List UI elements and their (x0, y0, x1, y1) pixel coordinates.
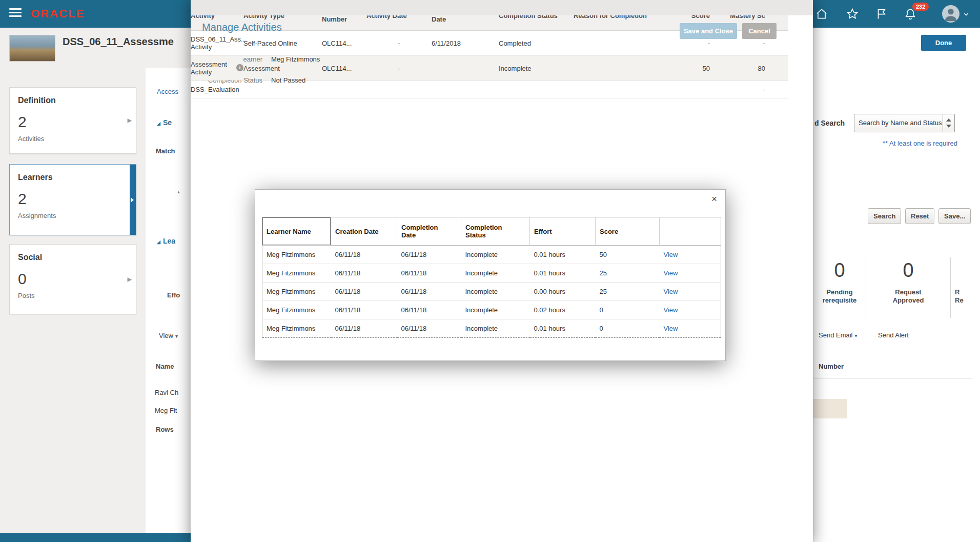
card-title: Definition (18, 96, 128, 105)
cancel-button[interactable]: Cancel (742, 23, 777, 39)
attempt-row[interactable]: Meg Fitzimmons 06/11/18 06/11/18 Incompl… (262, 319, 721, 338)
learner-name-cell: Ravi Ch (155, 389, 178, 396)
view-link[interactable]: View (664, 288, 678, 295)
required-asterisk: * (177, 190, 180, 197)
attempt-row[interactable]: Meg Fitzimmons 06/11/18 06/11/18 Incompl… (262, 283, 721, 301)
hamburger-menu-icon[interactable] (9, 8, 22, 18)
select-spinner-icon (943, 114, 954, 132)
info-icon[interactable]: i (236, 64, 243, 71)
bottom-bar (0, 533, 191, 542)
view-link[interactable]: View (664, 306, 678, 314)
stat-pending-prerequisite: 0 Pendingrerequisite (813, 257, 866, 318)
course-thumbnail-image (9, 35, 55, 62)
background-content-panel (146, 68, 191, 533)
card-count: 2 (18, 190, 128, 208)
screen: ORACLE 232 DSS_06_11_Assessme Definition… (0, 0, 980, 542)
send-email-button[interactable]: Send Email (819, 331, 858, 339)
card-title: Social (18, 253, 128, 262)
notification-count-badge: 232 (912, 3, 929, 11)
card-definition[interactable]: Definition 2 Activities (9, 87, 136, 154)
view-link[interactable]: View (664, 269, 678, 277)
search-button[interactable]: Search (868, 208, 901, 224)
attempt-row[interactable]: Meg Fitzimmons 06/11/18 06/11/18 Incompl… (262, 301, 721, 319)
attempt-row[interactable]: Meg Fitzimmons 06/11/18 06/11/18 Incompl… (262, 246, 721, 264)
save-and-close-button[interactable]: Save and Close (680, 23, 737, 39)
person-icon (942, 5, 959, 23)
saved-search-value: Search by Name and Status (859, 114, 943, 132)
match-label: Match (156, 147, 175, 155)
saved-search-label: d Search (814, 114, 845, 132)
chevron-right-icon (127, 115, 132, 126)
saved-search-select[interactable]: Search by Name and Status (854, 114, 955, 132)
section-header-b[interactable]: Lea (157, 237, 175, 245)
section-expand-icon (157, 239, 160, 245)
card-sublabel: Activities (18, 135, 128, 143)
rows-label: Rows (156, 426, 174, 433)
section-header-a[interactable]: Se (157, 118, 172, 127)
col-effort[interactable]: Effort (530, 217, 596, 246)
course-title: DSS_06_11_Assessme (63, 36, 191, 48)
number-column-header[interactable]: Number (819, 363, 844, 370)
section-expand-icon (157, 121, 160, 126)
number-filter-cell[interactable] (813, 399, 847, 418)
user-avatar[interactable] (942, 5, 959, 23)
oracle-logo: ORACLE (31, 0, 85, 28)
col-completion-date[interactable]: Completion Date (397, 217, 461, 246)
col-learner-name[interactable]: Learner Name (262, 217, 331, 246)
reset-button[interactable]: Reset (905, 208, 934, 224)
attempts-table: Learner Name Creation Date Completion Da… (262, 217, 721, 338)
stat-request-approved: 0 RequestApproved (866, 257, 950, 318)
card-sublabel: Assignments (18, 212, 128, 219)
attempts-header-row: Learner Name Creation Date Completion Da… (262, 217, 721, 246)
col-score[interactable]: Score (596, 217, 660, 246)
view-menu-button[interactable]: View (159, 332, 178, 339)
summary-stats: 0 Pendingrerequisite 0 RequestApproved R… (813, 257, 973, 318)
name-column-header[interactable]: Name (156, 363, 174, 370)
required-note: ** At least one is required (883, 139, 957, 147)
view-link[interactable]: View (664, 251, 678, 258)
user-menu-chevron-icon[interactable] (963, 11, 970, 18)
card-count: 0 (18, 270, 128, 288)
col-actions (660, 217, 721, 246)
card-learners[interactable]: Learners 2 Assignments (9, 164, 136, 235)
divider (813, 378, 972, 379)
card-sublabel: Posts (18, 292, 128, 299)
card-title: Learners (18, 173, 128, 182)
send-alert-button[interactable]: Send Alert (878, 331, 909, 339)
overlay-top-strip (191, 0, 813, 15)
card-count: 2 (18, 113, 128, 131)
view-link[interactable]: View (664, 325, 678, 332)
selected-indicator-arrow-icon (130, 165, 136, 235)
attempts-dialog: × Learner Name Creation Date Completion … (255, 189, 726, 361)
effort-label: Effo (167, 291, 180, 299)
card-social[interactable]: Social 0 Posts (9, 244, 136, 314)
chevron-right-icon (127, 274, 132, 285)
col-completion-status[interactable]: Completion Status (461, 217, 530, 246)
completion-status-field-value: Not Passed (271, 76, 305, 84)
stat-request-rejected-clipped: RRe (950, 257, 973, 318)
search-actions: Search Reset Save... (868, 208, 973, 224)
attempt-row[interactable]: Meg Fitzimmons 06/11/18 06/11/18 Incompl… (262, 264, 721, 283)
access-link[interactable]: Access (157, 88, 178, 95)
home-icon[interactable] (815, 7, 828, 21)
favorites-star-icon[interactable] (846, 7, 859, 21)
learner-name-cell: Meg Fit (155, 407, 177, 414)
done-button[interactable]: Done (921, 35, 966, 51)
right-panel: Done d Search Search by Name and Status … (813, 28, 980, 542)
save-search-button[interactable]: Save... (938, 208, 971, 224)
learner-field-value: Meg Fitzimmons (271, 55, 320, 63)
watchlist-flag-icon[interactable] (875, 7, 888, 21)
col-creation-date[interactable]: Creation Date (331, 217, 397, 246)
close-icon[interactable]: × (711, 194, 717, 204)
